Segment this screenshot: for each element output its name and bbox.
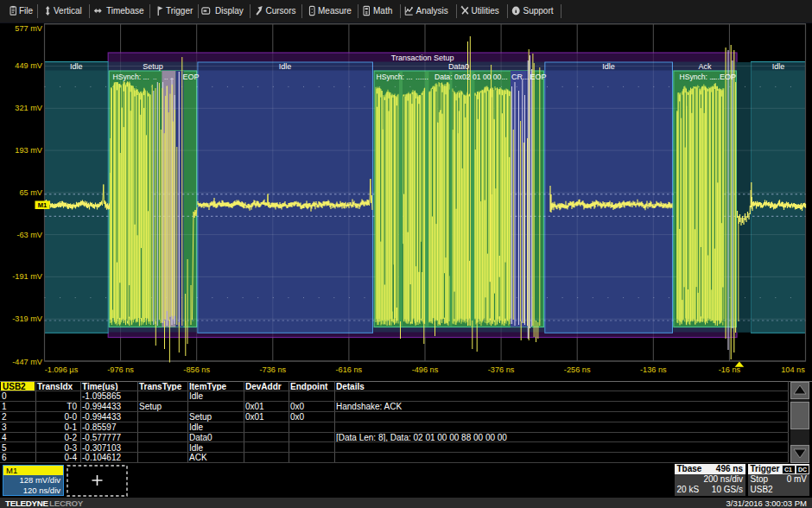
svg-text:Data: 0x02 01 00 00...: Data: 0x02 01 00 00... bbox=[435, 73, 508, 81]
svg-text:Idle: Idle bbox=[772, 62, 785, 71]
svg-text:..: .. bbox=[153, 73, 156, 81]
svg-text:321 mV: 321 mV bbox=[15, 104, 43, 112]
svg-text:193 mV: 193 mV bbox=[15, 146, 43, 155]
svg-text:-856 ns: -856 ns bbox=[183, 365, 210, 374]
svg-text:-256 ns: -256 ns bbox=[564, 365, 591, 374]
svg-text:......: ...... bbox=[416, 73, 428, 81]
svg-text:-319 mV: -319 mV bbox=[12, 314, 43, 323]
svg-text:Setup: Setup bbox=[143, 62, 163, 71]
svg-text:M1: M1 bbox=[38, 201, 47, 209]
svg-text:-976 ns: -976 ns bbox=[107, 365, 134, 374]
svg-text:Data0: Data0 bbox=[448, 62, 469, 71]
svg-text:104 ns: 104 ns bbox=[781, 365, 805, 374]
svg-text:-496 ns: -496 ns bbox=[412, 365, 439, 374]
svg-text:.. ..: .. .. bbox=[164, 73, 174, 81]
svg-text:-136 ns: -136 ns bbox=[640, 365, 667, 374]
svg-text:EOP: EOP bbox=[183, 73, 200, 81]
svg-text:Idle: Idle bbox=[602, 62, 615, 71]
svg-text:-63 mV: -63 mV bbox=[16, 231, 42, 239]
svg-text:Transaction Setup: Transaction Setup bbox=[391, 54, 454, 62]
svg-text:-736 ns: -736 ns bbox=[259, 365, 286, 374]
svg-text:-1.096 µs: -1.096 µs bbox=[45, 365, 79, 374]
svg-text:Ack: Ack bbox=[698, 62, 712, 71]
svg-text:-376 ns: -376 ns bbox=[488, 365, 515, 374]
svg-text:449 mV: 449 mV bbox=[15, 61, 43, 70]
svg-text:....EOP: ....EOP bbox=[711, 73, 736, 81]
svg-text:-191 mV: -191 mV bbox=[12, 272, 43, 281]
svg-text:HSynch: ...: HSynch: ... bbox=[113, 73, 149, 81]
svg-text:EOP: EOP bbox=[530, 73, 547, 81]
svg-text:-616 ns: -616 ns bbox=[336, 365, 363, 374]
svg-text:CR...: CR... bbox=[511, 73, 530, 81]
svg-text:HSynch: ...: HSynch: ... bbox=[377, 73, 413, 81]
svg-text:65 mV: 65 mV bbox=[19, 188, 42, 197]
svg-text:-447 mV: -447 mV bbox=[12, 358, 43, 366]
svg-text:Idle: Idle bbox=[70, 62, 83, 71]
svg-text:577 mV: 577 mV bbox=[15, 24, 43, 33]
svg-text:Idle: Idle bbox=[279, 62, 292, 71]
